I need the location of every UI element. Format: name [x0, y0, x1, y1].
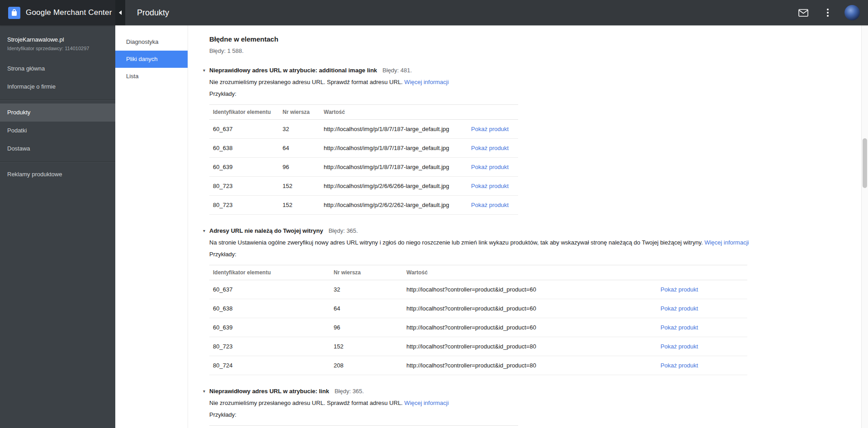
merchant-center-logo-icon — [8, 7, 20, 19]
item-id-cell: 60_638 — [209, 139, 279, 158]
error-description-row: Na stronie Ustawienia ogólne zweryfikuj … — [209, 239, 861, 246]
account-id: Identyfikator sprzedawcy: 114010297 — [7, 46, 108, 52]
value-cell: http://localhost/img/p/2/6/6/266-large_d… — [320, 177, 467, 196]
error-count: Błędy: 481. — [382, 67, 412, 74]
table-row: 80_723152http://localhost?controller=pro… — [209, 337, 747, 356]
more-info-link[interactable]: Więcej informacji — [404, 400, 448, 406]
scrollbar[interactable] — [861, 25, 868, 428]
subnav-item-pliki-danych[interactable]: Pliki danych — [115, 51, 188, 68]
sidebar-item-produkty[interactable]: Produkty — [0, 103, 115, 122]
show-product-link[interactable]: Pokaż produkt — [471, 183, 509, 189]
error-title: Nieprawidłowy adres URL w atrybucie: add… — [209, 67, 377, 74]
examples-label: Przykłady: — [209, 251, 861, 258]
value-cell: http://localhost?controller=product&id_p… — [403, 280, 657, 299]
show-product-cell: Pokaż produkt — [657, 337, 747, 356]
brand-name: Google Merchant Center — [26, 8, 112, 17]
error-title: Adresy URL nie należą do Twojej witryny — [209, 227, 323, 234]
show-product-cell: Pokaż produkt — [657, 299, 747, 318]
table-header-row: Identyfikator elementuNr wierszaWartość — [209, 426, 518, 428]
secondary-nav: Diagnostyka Pliki danych Lista — [115, 25, 188, 428]
error-description-row: Nie zrozumieliśmy przesłanego adresu URL… — [209, 78, 861, 86]
item-id-cell: 80_723 — [209, 337, 330, 356]
brand[interactable]: Google Merchant Center — [0, 0, 115, 25]
show-product-link[interactable]: Pokaż produkt — [660, 305, 698, 312]
table-row: 60_63864http://localhost?controller=prod… — [209, 299, 747, 318]
error-section: ▾Nieprawidłowy adres URL w atrybucie: ad… — [209, 66, 861, 215]
show-product-cell: Pokaż produkt — [467, 196, 518, 215]
page-title: Produkty — [125, 0, 796, 25]
collapse-triangle-icon[interactable]: ▾ — [203, 227, 209, 235]
item-id-cell: 60_638 — [209, 299, 330, 318]
value-cell: http://localhost/img/p/1/8/7/187-large_d… — [320, 120, 467, 139]
content-title: Błędne w elementach — [209, 35, 861, 43]
item-id-cell: 80_723 — [209, 196, 279, 215]
item-id-cell: 80_724 — [209, 356, 330, 375]
show-product-link[interactable]: Pokaż produkt — [660, 343, 698, 350]
show-product-link[interactable]: Pokaż produkt — [471, 202, 509, 208]
table-row: 80_723152http://localhost/img/p/2/6/6/26… — [209, 177, 518, 196]
row-number-cell: 96 — [279, 158, 320, 177]
examples-table: Identyfikator elementuNr wierszaWartość — [209, 425, 518, 428]
sidebar-item-reklamy-produktowe[interactable]: Reklamy produktowe — [0, 165, 115, 183]
show-product-link[interactable]: Pokaż produkt — [660, 362, 698, 369]
more-info-link[interactable]: Więcej informacji — [704, 239, 749, 246]
col-item-id: Identyfikator elementu — [209, 426, 279, 428]
sidebar-item-podatki[interactable]: Podatki — [0, 122, 115, 140]
scrollbar-thumb[interactable] — [863, 138, 867, 188]
item-id-cell: 60_639 — [209, 158, 279, 177]
overflow-menu-button[interactable] — [820, 5, 835, 20]
more-info-link[interactable]: Więcej informacji — [404, 79, 448, 85]
col-action — [467, 426, 518, 428]
main-content: Błędne w elementach Błędy: 1 588. ▾Niepr… — [188, 25, 861, 428]
show-product-link[interactable]: Pokaż produkt — [471, 126, 509, 132]
table-row: 60_63996http://localhost/img/p/1/8/7/187… — [209, 158, 518, 177]
user-avatar[interactable] — [844, 5, 860, 20]
total-errors: Błędy: 1 588. — [209, 47, 861, 54]
value-cell: http://localhost?controller=product&id_p… — [403, 337, 657, 356]
row-number-cell: 152 — [279, 196, 320, 215]
error-count: Błędy: 365. — [335, 388, 364, 395]
error-section: ▾Nieprawidłowy adres URL w atrybucie: li… — [209, 387, 861, 428]
account-name: StrojeKarnawalowe.pl — [7, 36, 108, 43]
table-row: 60_63732http://localhost/img/p/1/8/7/187… — [209, 120, 518, 139]
col-value: Wartość — [403, 265, 657, 280]
error-section-header: ▾Adresy URL nie należą do Twojej witryny… — [209, 227, 861, 235]
show-product-link[interactable]: Pokaż produkt — [471, 164, 509, 170]
show-product-cell: Pokaż produkt — [467, 120, 518, 139]
topbar-actions — [796, 0, 868, 25]
item-id-cell: 60_637 — [209, 280, 330, 299]
error-description: Nie zrozumieliśmy przesłanego adresu URL… — [209, 79, 403, 85]
row-number-cell: 152 — [330, 337, 403, 356]
sidebar-divider — [0, 99, 115, 100]
examples-table: Identyfikator elementuNr wierszaWartość6… — [209, 104, 518, 215]
col-item-id: Identyfikator elementu — [209, 105, 279, 120]
item-id-cell: 60_639 — [209, 318, 330, 337]
show-product-cell: Pokaż produkt — [657, 280, 747, 299]
examples-table: Identyfikator elementuNr wierszaWartość6… — [209, 265, 747, 375]
sidebar-item-strona-glowna[interactable]: Strona główna — [0, 60, 115, 78]
sidebar-item-dostawa[interactable]: Dostawa — [0, 140, 115, 158]
sidebar-nav: Strona główna Informacje o firmie Produk… — [0, 60, 115, 183]
sidebar-collapse-button[interactable] — [115, 0, 125, 25]
subnav-item-diagnostyka[interactable]: Diagnostyka — [115, 33, 188, 51]
show-product-link[interactable]: Pokaż produkt — [660, 286, 698, 293]
show-product-link[interactable]: Pokaż produkt — [471, 145, 509, 151]
examples-label: Przykłady: — [209, 411, 861, 419]
error-count: Błędy: 365. — [329, 227, 358, 234]
subnav-item-lista[interactable]: Lista — [115, 68, 188, 85]
sidebar-item-informacje-o-firmie[interactable]: Informacje o firmie — [0, 78, 115, 96]
show-product-cell: Pokaż produkt — [467, 177, 518, 196]
show-product-link[interactable]: Pokaż produkt — [660, 324, 698, 331]
value-cell: http://localhost/img/p/2/6/2/262-large_d… — [320, 196, 467, 215]
row-number-cell: 208 — [330, 356, 403, 375]
collapse-triangle-icon[interactable]: ▾ — [203, 67, 209, 74]
collapse-triangle-icon[interactable]: ▾ — [203, 388, 209, 395]
table-header-row: Identyfikator elementuNr wierszaWartość — [209, 105, 518, 120]
col-action — [467, 105, 518, 120]
col-action — [657, 265, 747, 280]
error-sections: ▾Nieprawidłowy adres URL w atrybucie: ad… — [209, 66, 861, 428]
mail-button[interactable] — [796, 5, 811, 20]
error-section-header: ▾Nieprawidłowy adres URL w atrybucie: li… — [209, 387, 861, 395]
table-row: 60_63864http://localhost/img/p/1/8/7/187… — [209, 139, 518, 158]
row-number-cell: 32 — [330, 280, 403, 299]
